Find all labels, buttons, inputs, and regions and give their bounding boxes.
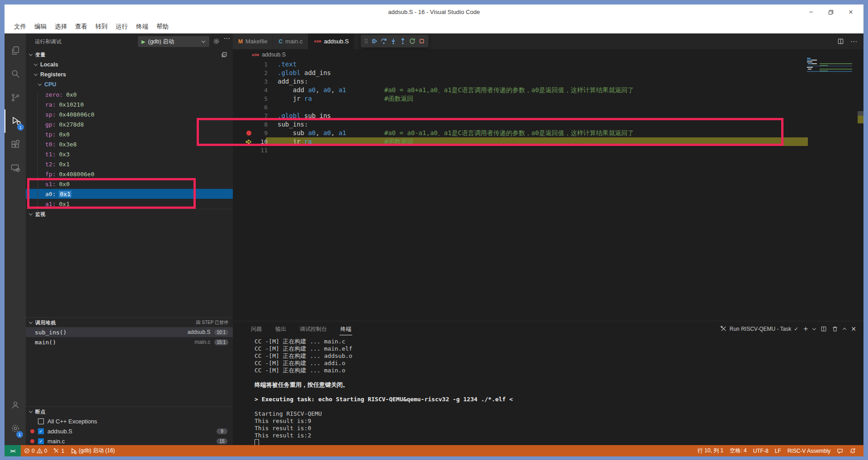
menu-0[interactable]: 文件 [10,20,30,33]
tab-main.c[interactable]: Cmain.c [273,33,308,49]
tree-item-registers[interactable]: Registers [26,70,233,80]
kill-terminal-icon[interactable] [832,326,838,332]
activity-item-extensions[interactable] [5,133,26,156]
menu-6[interactable]: 终端 [132,20,152,33]
restart-button[interactable] [409,38,416,45]
breakpoint-checkbox[interactable]: ✓ [38,438,44,444]
menu-7[interactable]: 帮助 [152,20,173,33]
register-row-t0[interactable]: t0:0x3e8 [26,139,233,149]
debug-settings-gear-icon[interactable] [213,38,220,45]
panel-tab-终端[interactable]: 终端 [340,323,352,335]
bell-icon[interactable] [846,445,859,456]
restore-button[interactable] [821,5,841,20]
toolbar-drag-grip[interactable] [364,38,368,45]
problems-item[interactable]: 0 0 [21,445,50,456]
status-item-0[interactable]: 行 10, 列 1 [694,445,726,456]
register-row-gp[interactable]: gp:0x278d8 [26,119,233,129]
activity-item-source-control[interactable] [5,86,26,109]
breakpoint-checkbox[interactable]: ✓ [38,428,44,434]
register-row-ra[interactable]: ra:0x10210 [26,99,233,109]
activity-item-settings[interactable]: 1 [5,417,26,440]
section-breakpoints[interactable]: 断点 [26,406,233,417]
section-watch[interactable]: 监视 [26,209,233,219]
activity-item-run-and-debug[interactable]: 1 [5,109,27,133]
status-item-2[interactable]: UTF-8 [750,445,772,456]
split-editor-icon[interactable] [837,38,844,45]
step-out-button[interactable] [399,38,406,45]
register-row-t2[interactable]: t2:0x1 [26,159,233,169]
code-editor[interactable]: 1.text2.globl add_ins3add_ins:4 add a0, … [233,60,863,321]
stack-frame-0[interactable]: sub_ins()addsub.S10:1 [26,327,233,337]
new-terminal-button[interactable]: + [803,324,808,333]
register-row-fp[interactable]: fp:0x408006e0 [26,169,233,179]
remote-indicator[interactable]: >< [5,445,21,456]
close-panel-icon[interactable]: ✕ [851,325,856,333]
editor-more-actions-icon[interactable]: ⋯ [850,38,857,46]
status-item-3[interactable]: LF [772,445,784,456]
collapse-all-icon[interactable] [221,52,227,58]
status-item-1[interactable]: 空格: 4 [726,445,750,456]
gutter-glyph[interactable] [245,94,253,103]
gutter-glyph[interactable] [245,120,253,129]
launch-config-dropdown[interactable]: ▶ (gdb) 启动 [138,36,209,47]
feedback-icon[interactable] [834,445,846,456]
split-terminal-icon[interactable] [821,326,827,332]
gutter-glyph[interactable] [245,103,253,112]
activity-item-account[interactable] [5,393,26,417]
tree-item-locals[interactable]: Locals [26,60,233,70]
tree-item-cpu[interactable]: CPU [26,80,233,89]
terminal-dropdown-icon[interactable] [812,326,816,330]
panel-tab-问题[interactable]: 问题 [250,323,263,335]
close-button[interactable]: × [841,5,861,20]
menu-1[interactable]: 编辑 [30,20,51,33]
maximize-panel-icon[interactable] [843,328,846,330]
tools-item[interactable]: 1 [50,445,67,456]
activity-item-search[interactable] [5,62,26,86]
gutter-glyph[interactable] [245,77,253,86]
step-over-button[interactable] [380,38,387,45]
register-row-zero[interactable]: zero:0x0 [26,89,233,99]
gutter-glyph[interactable] [245,146,253,155]
stop-button[interactable] [418,38,425,45]
gutter-glyph[interactable] [245,86,253,94]
gutter-glyph[interactable] [245,137,253,146]
panel-tab-调试控制台[interactable]: 调试控制台 [299,323,328,335]
menu-2[interactable]: 选择 [51,20,71,33]
menu-5[interactable]: 运行 [112,20,132,33]
step-into-button[interactable] [390,38,397,45]
continue-button[interactable] [371,38,378,45]
minimize-button[interactable]: − [801,5,821,20]
minimap[interactable] [806,57,861,74]
gutter-glyph[interactable] [245,69,253,77]
section-call-stack[interactable]: 调用堆栈因 STEP 已暂停 [26,317,233,328]
menu-4[interactable]: 转到 [91,20,112,33]
breakpoint-row-0[interactable]: All C++ Exceptions [26,416,233,426]
menu-3[interactable]: 查看 [71,20,91,33]
gutter-glyph[interactable] [245,60,253,69]
register-row-t1[interactable]: t1:0x3 [26,149,233,159]
activity-item-explorer[interactable] [5,39,26,62]
register-row-a1[interactable]: a1:0x1 [26,199,233,209]
tab-Makefile[interactable]: MMakefile [233,33,273,49]
start-debug-icon[interactable]: ▶ [142,39,145,45]
breakpoint-checkbox[interactable] [38,418,44,424]
breadcrumb[interactable]: ASM addsub.S [233,49,863,60]
register-row-tp[interactable]: tp:0x0 [26,129,233,139]
register-row-a0[interactable]: a0:0x1 [26,189,233,199]
stack-frame-1[interactable]: main()main.c15:1 [26,337,233,347]
gutter-glyph[interactable] [245,129,253,137]
activity-item-remote-device[interactable] [5,156,26,180]
more-actions-icon[interactable]: ⋯ [223,34,231,42]
panel-tab-输出[interactable]: 输出 [274,323,287,335]
breakpoint-row-2[interactable]: ✓main.c15 [26,436,233,445]
register-row-sp[interactable]: sp:0x408006c0 [26,109,233,119]
register-row-s1[interactable]: s1:0x0 [26,179,233,189]
section-variables[interactable]: 变量 [26,50,233,60]
debug-session-item[interactable]: (gdb) 启动 (16) [67,445,118,456]
scrollbar[interactable] [858,111,863,116]
breakpoint-row-1[interactable]: ✓addsub.S9 [26,426,233,436]
tab-addsub.S[interactable]: ASMaddsub.S [308,33,354,49]
gutter-glyph[interactable] [245,112,253,120]
terminal[interactable]: CC -[M] 正在构建 ... main.cCC -[M] 正在构建 ... … [255,338,859,445]
status-item-4[interactable]: RISC-V Assembly [784,445,834,456]
